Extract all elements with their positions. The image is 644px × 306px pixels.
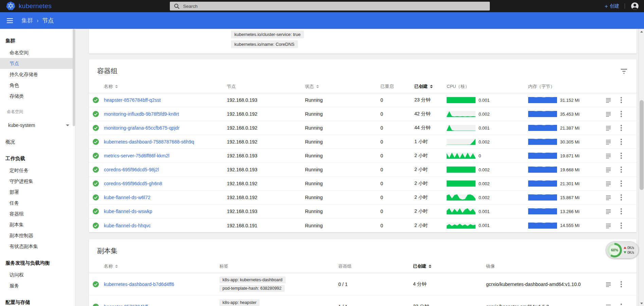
vertical-scrollbar[interactable] xyxy=(639,29,644,306)
logs-button[interactable] xyxy=(605,96,612,104)
logs-button[interactable] xyxy=(605,281,612,288)
row-menu-button[interactable] xyxy=(620,138,623,146)
logs-button[interactable] xyxy=(605,152,612,159)
table-row: kube-flannel-ds-hhqvc192.168.0.191Runnin… xyxy=(89,218,637,232)
sidebar-item-services[interactable]: 服务 xyxy=(0,280,75,291)
sidebar-item-roles[interactable]: 角色 xyxy=(0,80,75,91)
sidebar-item-nodes[interactable]: 节点 xyxy=(0,58,75,69)
cpu-value: 0.001 xyxy=(479,126,490,131)
create-button[interactable]: + 创建 xyxy=(605,3,619,9)
sidebar-item-replication-controllers[interactable]: 副本控制器 xyxy=(0,230,75,241)
sidebar-item-cron-jobs[interactable]: 定时任务 xyxy=(0,165,75,176)
sidebar-scrollbar-thumb[interactable] xyxy=(73,29,75,126)
pod-name-link[interactable]: metrics-server-75d6ff86f-kkm2l xyxy=(104,153,169,158)
scrollbar-thumb[interactable] xyxy=(640,100,644,190)
label-chip: kubernetes.io/name: CoreDNS xyxy=(231,40,298,48)
pod-name-link[interactable]: kubernetes-dashboard-7588787688-s6h9q xyxy=(104,139,194,145)
row-menu-button[interactable] xyxy=(620,280,623,288)
pod-name-link[interactable]: monitoring-grafana-65ccfb675-qpjdr xyxy=(104,125,180,131)
row-menu-button[interactable] xyxy=(620,222,623,230)
pod-name-link[interactable]: heapster-8576784bff-q2sst xyxy=(104,97,161,103)
sidebar-item-stateful-sets[interactable]: 有状态副本集 xyxy=(0,241,75,252)
sidebar-item-jobs[interactable]: 任务 xyxy=(0,197,75,208)
column-header[interactable]: 已创建 xyxy=(414,83,447,90)
column-header[interactable]: 已创建 xyxy=(413,263,486,269)
scrollbar-down-arrow[interactable] xyxy=(639,301,644,306)
kubernetes-logo-icon xyxy=(6,1,15,11)
replicaset-name-link[interactable]: heapster-8576784bff xyxy=(104,304,148,306)
column-header[interactable]: 标签 xyxy=(219,263,338,269)
pod-name-link[interactable]: coredns-695f96dcd5-gh6n8 xyxy=(104,181,162,186)
row-menu-button[interactable] xyxy=(620,124,623,132)
row-menu-button[interactable] xyxy=(620,166,623,174)
sidebar-section-workloads[interactable]: 工作负载 xyxy=(0,147,75,165)
logs-button[interactable] xyxy=(605,110,612,118)
pod-name-link[interactable]: kube-flannel-ds-wswkp xyxy=(104,209,152,214)
search-bar[interactable] xyxy=(170,2,490,11)
logs-icon xyxy=(605,304,611,306)
search-input[interactable] xyxy=(183,4,486,9)
column-header-label: 已创建 xyxy=(414,83,428,90)
pod-name-link[interactable]: coredns-695f96dcd5-98j2l xyxy=(104,167,159,172)
column-header[interactable]: 状态 xyxy=(305,83,380,90)
row-menu-button[interactable] xyxy=(620,96,623,104)
cpu-sparkline xyxy=(447,180,476,187)
logs-button[interactable] xyxy=(605,180,612,187)
status-ok-icon xyxy=(92,166,99,173)
sidebar-item-daemon-sets[interactable]: 守护进程集 xyxy=(0,176,75,187)
logs-button[interactable] xyxy=(605,138,612,146)
logs-button[interactable] xyxy=(605,208,612,215)
sidebar-item-pods[interactable]: 容器组 xyxy=(0,208,75,219)
column-header-label: CPU（核） xyxy=(447,83,469,90)
logs-button[interactable] xyxy=(605,303,612,306)
user-avatar-icon[interactable] xyxy=(630,2,639,11)
logs-button[interactable] xyxy=(605,222,612,229)
row-menu-button[interactable] xyxy=(620,207,623,215)
pod-name-link[interactable]: monitoring-influxdb-9b78f5fd9-kn8rt xyxy=(104,111,179,117)
kebab-menu-icon xyxy=(620,125,622,131)
row-menu-button[interactable] xyxy=(620,152,623,160)
row-menu-button[interactable] xyxy=(620,303,623,306)
logs-button[interactable] xyxy=(605,124,612,132)
sidebar-item-replica-sets[interactable]: 副本集 xyxy=(0,219,75,230)
chevron-right-icon: › xyxy=(37,18,38,24)
column-header[interactable]: 容器组 xyxy=(338,263,413,269)
column-header[interactable]: 名称 xyxy=(104,263,219,269)
sidebar-section-cluster[interactable]: 集群 xyxy=(0,30,75,47)
pod-status: Running xyxy=(305,139,323,145)
column-header[interactable]: 名称 xyxy=(104,83,227,90)
pod-node: 192.168.0.192 xyxy=(227,181,257,186)
brand[interactable]: kubernetes xyxy=(6,1,52,11)
sidebar-namespace-select[interactable]: kube-system xyxy=(8,119,69,132)
pod-age: 2 小时 xyxy=(414,153,428,159)
logs-button[interactable] xyxy=(605,194,612,201)
pod-name-link[interactable]: kube-flannel-ds-hhqvc xyxy=(104,223,151,228)
column-header[interactable]: 节点 xyxy=(227,83,305,90)
toolbar: 集群 › 节点 xyxy=(0,12,644,29)
column-header[interactable]: 内存（字节） xyxy=(528,83,605,90)
sidebar-item-deployments[interactable]: 部署 xyxy=(0,187,75,197)
row-menu-button[interactable] xyxy=(620,179,623,188)
column-header[interactable]: CPU（核） xyxy=(447,83,528,90)
pod-name-link[interactable]: kube-flannel-ds-w6l72 xyxy=(104,195,150,200)
sidebar-item-persistent-volumes[interactable]: 持久化存储卷 xyxy=(0,69,75,80)
scrollbar-up-arrow[interactable] xyxy=(639,29,644,34)
breadcrumb-cluster[interactable]: 集群 xyxy=(21,17,33,24)
sidebar-item-overview[interactable]: 概况 xyxy=(0,136,75,147)
sidebar-section-discovery-load-balancing[interactable]: 服务发现与负载均衡 xyxy=(0,252,75,269)
column-header[interactable]: 镜像 xyxy=(486,263,605,269)
filter-button[interactable] xyxy=(620,67,628,75)
column-header[interactable]: 已重启 xyxy=(380,83,414,90)
menu-button[interactable] xyxy=(6,17,14,24)
cpu-value: 0.002 xyxy=(479,181,490,186)
sidebar-item-storage-classes[interactable]: 存储类 xyxy=(0,91,75,101)
row-menu-button[interactable] xyxy=(620,110,623,118)
replicaset-name-link[interactable]: kubernetes-dashboard-b7d6d4ff6 xyxy=(104,282,174,287)
sidebar-section-config-storage[interactable]: 配置与存储 xyxy=(0,291,75,306)
sidebar-item-ingresses[interactable]: 访问权 xyxy=(0,269,75,280)
memory-sparkline xyxy=(528,125,557,131)
memory-value: 19.668 Mi xyxy=(560,167,579,172)
row-menu-button[interactable] xyxy=(620,193,623,202)
sidebar-item-namespaces[interactable]: 命名空间 xyxy=(0,47,75,58)
logs-button[interactable] xyxy=(605,166,612,173)
